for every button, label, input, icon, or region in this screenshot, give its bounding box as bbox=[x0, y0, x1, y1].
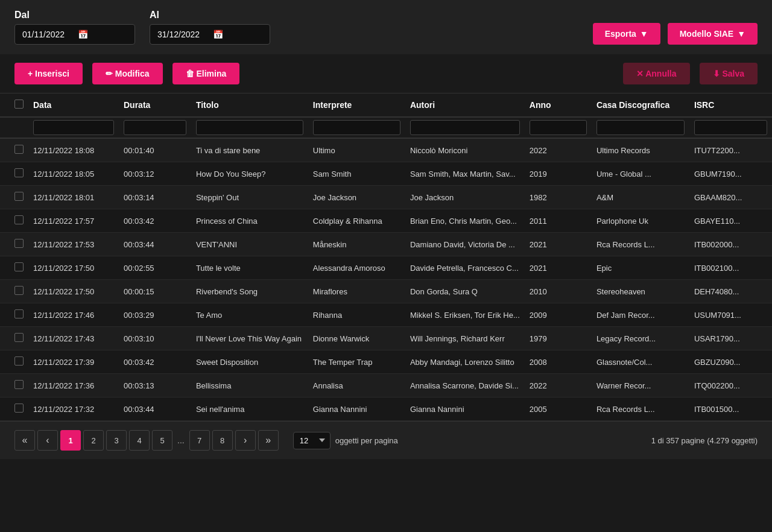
esporta-button[interactable]: Esporta ▼ bbox=[593, 23, 660, 45]
row-checkbox-6[interactable] bbox=[0, 280, 28, 303]
row-select-checkbox-3[interactable] bbox=[14, 215, 24, 224]
filter-autori-input[interactable] bbox=[410, 120, 520, 135]
row-autori-4: Damiano David, Victoria De ... bbox=[405, 233, 525, 256]
row-isrc-0: ITU7T2200... bbox=[689, 138, 772, 162]
page-next-button[interactable]: › bbox=[235, 430, 256, 451]
page-7-button[interactable]: 7 bbox=[189, 430, 210, 451]
row-checkbox-8[interactable] bbox=[0, 327, 28, 350]
annulla-button[interactable]: ✕ Annulla bbox=[623, 63, 690, 84]
page-first-button[interactable]: « bbox=[14, 430, 35, 451]
filter-durata-input[interactable] bbox=[124, 120, 186, 135]
col-durata: Durata bbox=[119, 93, 191, 117]
row-checkbox-7[interactable] bbox=[0, 303, 28, 327]
per-page-select[interactable]: 12 25 50 100 bbox=[293, 432, 331, 449]
row-checkbox-2[interactable] bbox=[0, 186, 28, 209]
page-prev-button[interactable]: ‹ bbox=[37, 430, 58, 451]
table-row: 12/11/2022 18:08 00:01:40 Ti va di stare… bbox=[0, 138, 772, 162]
row-select-checkbox-7[interactable] bbox=[14, 309, 24, 318]
row-anno-10: 2022 bbox=[525, 374, 592, 397]
col-casa: Casa Discografica bbox=[592, 93, 689, 117]
row-select-checkbox-2[interactable] bbox=[14, 192, 24, 201]
page-1-button[interactable]: 1 bbox=[60, 430, 81, 451]
filter-titolo[interactable] bbox=[191, 117, 308, 138]
row-durata-10: 00:03:13 bbox=[119, 374, 191, 397]
page-3-button[interactable]: 3 bbox=[106, 430, 127, 451]
row-data-3: 12/11/2022 17:57 bbox=[28, 209, 119, 233]
row-select-checkbox-0[interactable] bbox=[14, 145, 24, 154]
row-interprete-2: Joe Jackson bbox=[308, 186, 405, 209]
row-casa-6: Stereoheaven bbox=[592, 280, 689, 303]
filter-titolo-input[interactable] bbox=[196, 120, 303, 135]
row-anno-5: 2021 bbox=[525, 256, 592, 280]
dal-input-wrap[interactable]: 01/11/2022 📅 bbox=[14, 24, 135, 45]
select-all-checkbox[interactable] bbox=[14, 100, 24, 109]
row-checkbox-0[interactable] bbox=[0, 138, 28, 162]
checkbox-header[interactable] bbox=[0, 93, 28, 117]
filter-casa[interactable] bbox=[592, 117, 689, 138]
page-2-button[interactable]: 2 bbox=[83, 430, 104, 451]
inserisci-label: + Inserisci bbox=[28, 69, 69, 78]
modello-siae-button[interactable]: Modello SIAE ▼ bbox=[668, 23, 758, 45]
row-checkbox-9[interactable] bbox=[0, 350, 28, 374]
row-casa-0: Ultimo Records bbox=[592, 138, 689, 162]
row-casa-10: Warner Recor... bbox=[592, 374, 689, 397]
row-select-checkbox-5[interactable] bbox=[14, 262, 24, 271]
row-select-checkbox-9[interactable] bbox=[14, 356, 24, 366]
row-casa-3: Parlophone Uk bbox=[592, 209, 689, 233]
row-select-checkbox-10[interactable] bbox=[14, 380, 24, 389]
table-row: 12/11/2022 17:32 00:03:44 Sei nell'anima… bbox=[0, 397, 772, 421]
filter-data-input[interactable] bbox=[33, 120, 114, 135]
row-interprete-5: Alessandra Amoroso bbox=[308, 256, 405, 280]
row-anno-6: 2010 bbox=[525, 280, 592, 303]
filter-casa-input[interactable] bbox=[596, 120, 685, 135]
table-row: 12/11/2022 17:46 00:03:29 Te Amo Rihanna… bbox=[0, 303, 772, 327]
row-interprete-0: Ultimo bbox=[308, 138, 405, 162]
filter-interprete-input[interactable] bbox=[313, 120, 400, 135]
modifica-button[interactable]: ✏ Modifica bbox=[92, 63, 163, 84]
elimina-label: 🗑 Elimina bbox=[186, 69, 227, 78]
elimina-button[interactable]: 🗑 Elimina bbox=[172, 63, 240, 84]
al-calendar-icon[interactable]: 📅 bbox=[213, 30, 262, 39]
row-checkbox-3[interactable] bbox=[0, 209, 28, 233]
row-checkbox-10[interactable] bbox=[0, 374, 28, 397]
row-select-checkbox-4[interactable] bbox=[14, 239, 24, 248]
filter-row bbox=[0, 117, 772, 138]
row-interprete-8: Dionne Warwick bbox=[308, 327, 405, 350]
inserisci-button[interactable]: + Inserisci bbox=[14, 63, 83, 84]
filter-anno[interactable] bbox=[525, 117, 592, 138]
modello-siae-chevron-icon: ▼ bbox=[737, 29, 745, 39]
row-select-checkbox-6[interactable] bbox=[14, 286, 24, 295]
row-checkbox-5[interactable] bbox=[0, 256, 28, 280]
row-anno-0: 2022 bbox=[525, 138, 592, 162]
filter-interprete[interactable] bbox=[308, 117, 405, 138]
row-titolo-8: I'll Never Love This Way Again bbox=[191, 327, 308, 350]
row-interprete-9: The Temper Trap bbox=[308, 350, 405, 374]
row-isrc-2: GBAAM820... bbox=[689, 186, 772, 209]
filter-durata[interactable] bbox=[119, 117, 191, 138]
row-autori-2: Joe Jackson bbox=[405, 186, 525, 209]
row-checkbox-11[interactable] bbox=[0, 397, 28, 421]
filter-isrc[interactable] bbox=[689, 117, 772, 138]
salva-button[interactable]: ⬇ Salva bbox=[700, 63, 758, 84]
row-isrc-4: ITB002000... bbox=[689, 233, 772, 256]
filter-autori[interactable] bbox=[405, 117, 525, 138]
row-select-checkbox-11[interactable] bbox=[14, 404, 24, 413]
filter-isrc-input[interactable] bbox=[694, 120, 767, 135]
page-8-button[interactable]: 8 bbox=[212, 430, 233, 451]
row-interprete-10: Annalisa bbox=[308, 374, 405, 397]
row-durata-1: 00:03:12 bbox=[119, 162, 191, 186]
row-casa-5: Epic bbox=[592, 256, 689, 280]
row-autori-9: Abby Mandagi, Lorenzo Silitto bbox=[405, 350, 525, 374]
filter-data[interactable] bbox=[28, 117, 119, 138]
row-select-checkbox-1[interactable] bbox=[14, 168, 24, 177]
row-checkbox-1[interactable] bbox=[0, 162, 28, 186]
dal-value: 01/11/2022 bbox=[22, 30, 72, 39]
dal-calendar-icon[interactable]: 📅 bbox=[78, 30, 127, 39]
row-checkbox-4[interactable] bbox=[0, 233, 28, 256]
page-4-button[interactable]: 4 bbox=[129, 430, 150, 451]
filter-anno-input[interactable] bbox=[530, 120, 587, 135]
page-last-button[interactable]: » bbox=[258, 430, 279, 451]
page-5-button[interactable]: 5 bbox=[152, 430, 172, 451]
al-input-wrap[interactable]: 31/12/2022 📅 bbox=[150, 24, 270, 45]
row-select-checkbox-8[interactable] bbox=[14, 333, 24, 342]
